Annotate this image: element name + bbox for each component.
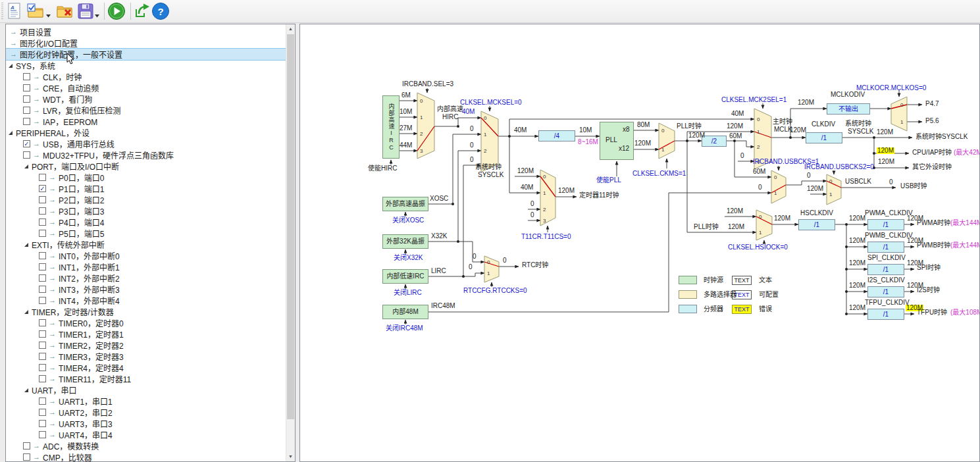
tree-item-5[interactable]: →CRE，自动追频 [6,82,286,93]
tree-item-10[interactable]: ✓→USB，通用串行总线 [6,138,286,149]
tree-item-23[interactable]: →INT3，外部中断3 [6,284,286,295]
tree-item-15[interactable]: →P2口，端口2 [6,194,286,205]
checkbox[interactable] [39,252,46,259]
export-button[interactable] [133,2,151,20]
tree-item-label: EXTI，传统外部中断 [32,239,105,250]
checkbox[interactable] [39,431,46,438]
scroll-down-icon[interactable]: ▼ [286,452,295,461]
checkbox[interactable] [39,286,46,293]
open-project-dropdown[interactable] [46,9,51,13]
tree-item-37[interactable]: →ADC，模数转换 [6,440,286,451]
tree-item-32[interactable]: UART，串口 [6,384,286,396]
scroll-up-icon[interactable]: ▲ [286,24,295,34]
diagram-label: 120M [790,127,806,134]
junction-dot [686,140,688,142]
checkbox[interactable] [39,375,46,382]
mux-port-number: 1 [774,190,777,196]
tree-item-17[interactable]: →P4口，端口4 [6,217,286,228]
tree-item-19[interactable]: EXTI，传统外部中断 [6,239,286,250]
checkbox[interactable] [39,353,46,360]
checkbox[interactable] [23,107,30,114]
tree-item-2[interactable]: →图形化时钟配置，一般不设置 [6,49,286,60]
diagram-label: PWMA时钟 [917,220,950,226]
tree-item-16[interactable]: →P3口，端口3 [6,205,286,217]
tree-item-9[interactable]: PERIPHERAL，外设 [6,127,286,138]
tree-item-0[interactable]: →项目设置 [6,26,286,38]
item-arrow-icon: → [49,420,56,427]
run-button[interactable] [107,2,126,20]
diagram-label: 0 [503,257,507,264]
tree-item-4[interactable]: →CLK，时钟 [6,71,286,82]
diagram-label: (最大108M) [950,309,980,316]
save-dropdown[interactable] [95,9,100,13]
checkbox[interactable]: ✓ [39,185,46,192]
checkbox[interactable]: ✓ [23,140,30,147]
checkbox[interactable] [39,196,46,203]
open-project-button[interactable] [26,2,45,20]
tree-item-21[interactable]: →INT1，外部中断1 [6,261,286,272]
checkbox[interactable] [23,453,30,461]
checkbox[interactable] [23,73,30,80]
tree-scrollbar[interactable]: ▲ ▼ [286,24,295,461]
tree-item-1[interactable]: →图形化I/O口配置 [6,38,286,49]
checkbox[interactable] [39,420,46,427]
tree-item-28[interactable]: →TIMER2，定时器2 [6,340,286,351]
checkbox[interactable] [39,319,46,326]
tree-item-29[interactable]: →TIMER3，定时器3 [6,351,286,362]
checkbox[interactable] [39,364,46,371]
close-project-button[interactable] [55,2,74,20]
expand-triangle-icon[interactable] [24,388,28,392]
checkbox[interactable] [23,118,30,125]
expand-triangle-icon[interactable] [24,165,28,168]
tree-item-24[interactable]: →INT4，外部中断4 [6,295,286,306]
expand-triangle-icon[interactable] [24,243,28,247]
tree-item-22[interactable]: →INT2，外部中断2 [6,272,286,284]
checkbox[interactable] [23,95,30,103]
help-button[interactable]: ? [151,2,170,20]
checkbox[interactable] [23,442,30,449]
expand-triangle-icon[interactable] [24,310,28,314]
diagram-label: 80M [637,122,650,128]
tree-item-18[interactable]: →P5口，端口5 [6,228,286,239]
tree-item-33[interactable]: →UART1，串口1 [6,396,286,407]
checkbox[interactable] [23,84,30,91]
tree-item-27[interactable]: →TIMER1，定时器1 [6,328,286,340]
tree-item-25[interactable]: TIMER，定时器/计数器 [6,306,286,317]
tree-item-3[interactable]: SYS，系统 [6,60,286,71]
tree-item-8[interactable]: →IAP，EEPROM [6,116,286,127]
tree-item-35[interactable]: →UART3，串口3 [6,418,286,429]
checkbox[interactable] [39,263,46,270]
checkbox[interactable] [39,218,46,226]
mux-port-number: 3 [420,148,423,154]
tree-item-31[interactable]: →TIMER11，定时器11 [6,373,286,384]
checkbox[interactable] [23,151,30,159]
new-file-button[interactable]: A [5,2,24,20]
checkbox[interactable] [39,398,46,405]
tree-item-36[interactable]: →UART4，串口4 [6,429,286,440]
checkbox[interactable] [39,174,46,181]
save-button[interactable] [76,2,95,20]
tree-item-30[interactable]: →TIMER4，定时器4 [6,362,286,373]
tree-item-11[interactable]: →MDU32+TFPU，硬件浮点三角函数库 [6,149,286,161]
tree-item-26[interactable]: →TIMER0，定时器0 [6,317,286,328]
tree-item-14[interactable]: ✓→P1口，端口1 [6,183,286,194]
expand-triangle-icon[interactable] [9,131,13,135]
expand-triangle-icon[interactable] [9,64,13,68]
tree-item-34[interactable]: →UART2，串口2 [6,407,286,418]
tree-item-7[interactable]: →LVR，复位和低压检测 [6,105,286,116]
tree-item-38[interactable]: →CMP，比较器 [6,451,286,461]
tree-item-12[interactable]: PORT，端口及I/O口中断 [6,161,286,172]
checkbox[interactable] [39,230,46,237]
checkbox[interactable] [39,342,46,349]
tree-item-13[interactable]: →P0口，端口0 [6,172,286,183]
diagram-label: P4.7 [925,101,939,107]
checkbox[interactable] [39,207,46,215]
checkbox[interactable] [39,409,46,416]
checkbox[interactable] [39,330,46,338]
tree-item-20[interactable]: →INT0，外部中断0 [6,250,286,261]
scrollbar-thumb[interactable] [287,34,294,419]
diagram-label: 0 [470,142,474,149]
checkbox[interactable] [39,274,46,282]
checkbox[interactable] [39,297,46,304]
tree-item-6[interactable]: →WDT，看门狗 [6,93,286,105]
